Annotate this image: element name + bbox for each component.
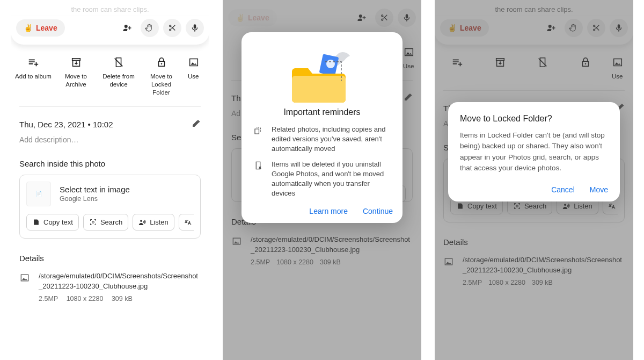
modal-title: Move to Locked Folder? — [460, 114, 608, 124]
raise-hand-icon[interactable] — [141, 19, 159, 37]
search-inside-label: Search inside this photo — [19, 159, 201, 168]
file-path: /storage/emulated/0/DCIM/Screenshots/Scr… — [39, 271, 201, 292]
lock-icon — [142, 55, 181, 69]
file-megapixels: 2.5MP — [39, 295, 58, 303]
search-chip[interactable]: Search — [83, 214, 128, 231]
delete-from-device-button[interactable]: Delete from device — [99, 55, 138, 97]
no-phone-icon — [99, 55, 138, 69]
learn-more-button[interactable]: Learn more — [309, 207, 348, 215]
move-to-archive-button[interactable]: Move to Archive — [57, 55, 96, 97]
listen-chip[interactable]: Listen — [133, 214, 174, 231]
peace-emoji: ✌️ — [24, 24, 33, 32]
continue-button[interactable]: Continue — [363, 207, 393, 215]
club-bar: ✌️ Leave — [11, 16, 209, 45]
image-file-icon — [19, 272, 31, 286]
modal-body: Items in Locked Folder can't be (and wil… — [460, 130, 608, 174]
reminder-1-text: Related photos, including copies and edi… — [272, 125, 391, 154]
lens-title: Select text in image — [60, 185, 130, 194]
file-resolution: 1080 x 2280 — [67, 295, 104, 303]
move-to-locked-button[interactable]: Move to Locked Folder — [142, 55, 181, 97]
leave-button[interactable]: ✌️ Leave — [16, 19, 65, 37]
move-button[interactable]: Move — [590, 185, 608, 194]
copies-icon — [253, 126, 264, 154]
important-reminders-modal: Important reminders Related photos, incl… — [241, 32, 402, 223]
lens-subtitle: Google Lens — [60, 195, 130, 203]
lens-thumbnail: 📄 — [26, 182, 51, 206]
copy-text-chip[interactable]: Copy text — [26, 214, 79, 231]
edit-datetime-icon[interactable] — [191, 119, 201, 130]
svg-point-4 — [326, 60, 335, 68]
phone-x-icon — [253, 161, 264, 199]
photo-datetime: Thu, Dec 23, 2021 • 10:02 — [19, 120, 113, 129]
clip-scissors-icon[interactable] — [163, 19, 181, 37]
move-to-locked-modal: Move to Locked Folder? Items in Locked F… — [448, 102, 620, 201]
archive-icon — [57, 55, 96, 69]
club-caption: the room can share clips. — [11, 0, 209, 16]
add-to-album-button[interactable]: Add to album — [14, 55, 53, 97]
add-person-icon[interactable] — [118, 19, 136, 37]
modal-title: Important reminders — [251, 107, 393, 117]
folder-illustration — [251, 43, 393, 107]
file-size: 309 kB — [112, 295, 133, 303]
translate-chip[interactable]: T — [179, 214, 194, 231]
use-as-button[interactable]: Use — [185, 55, 206, 97]
details-label: Details — [19, 254, 201, 263]
leave-label: Leave — [36, 24, 57, 32]
image-icon — [188, 55, 206, 69]
cancel-button[interactable]: Cancel — [551, 185, 575, 194]
details-file-row: /storage/emulated/0/DCIM/Screenshots/Scr… — [11, 263, 209, 304]
lens-card: 📄 Select text in image Google Lens Copy … — [19, 175, 201, 239]
action-strip: Add to album Move to Archive Delete from… — [11, 45, 209, 106]
playlist-add-icon — [14, 55, 53, 69]
reminder-2-text: Items will be deleted if you uninstall G… — [272, 160, 391, 199]
description-input[interactable]: Add description… — [19, 135, 201, 144]
mic-icon[interactable] — [186, 19, 204, 37]
